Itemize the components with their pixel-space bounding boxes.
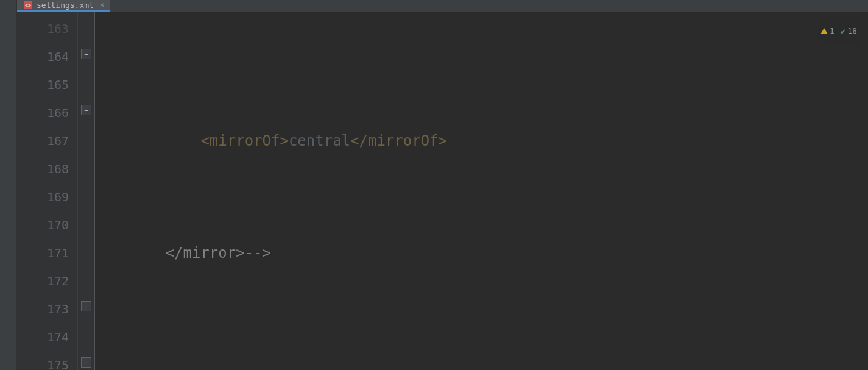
- warning-icon: [820, 28, 828, 34]
- code-row[interactable]: </mirror>-->: [95, 239, 868, 267]
- line-number: 174: [17, 323, 77, 351]
- close-tab-icon[interactable]: ×: [100, 1, 104, 9]
- line-number: 164: [17, 43, 77, 71]
- fold-toggle-icon[interactable]: −: [81, 357, 91, 368]
- line-number: 173: [17, 295, 77, 323]
- line-number: 175: [17, 351, 77, 370]
- line-number: 163: [17, 15, 77, 43]
- line-number: 170: [17, 211, 77, 239]
- editor-area: 163 164 165 166 167 168 169 170 171 172 …: [0, 12, 868, 370]
- line-number: 166: [17, 99, 77, 127]
- warning-count[interactable]: 1: [820, 17, 834, 45]
- line-number: 171: [17, 239, 77, 267]
- editor-tab-bar: <> settings.xml ×: [0, 0, 868, 12]
- line-number: 172: [17, 267, 77, 295]
- fold-toggle-icon[interactable]: −: [81, 49, 91, 59]
- fold-gutter[interactable]: − − − −: [78, 12, 95, 370]
- file-tab-settings-xml[interactable]: <> settings.xml ×: [17, 0, 110, 12]
- tab-filename: settings.xml: [37, 1, 94, 10]
- fold-toggle-icon[interactable]: −: [81, 301, 91, 311]
- line-number: 169: [17, 183, 77, 211]
- line-number-gutter[interactable]: 163 164 165 166 167 168 169 170 171 172 …: [17, 12, 78, 370]
- inspection-summary[interactable]: 1 ✔ 18: [818, 16, 859, 46]
- fold-toggle-icon[interactable]: −: [81, 105, 91, 115]
- xml-file-icon: <>: [23, 0, 33, 10]
- line-number: 168: [17, 155, 77, 183]
- tool-window-strip[interactable]: [0, 12, 17, 370]
- svg-text:<>: <>: [25, 2, 32, 9]
- checkmark-icon: ✔: [841, 17, 845, 45]
- code-row[interactable]: <mirrorOf>central</mirrorOf>: [95, 127, 868, 155]
- code-editor[interactable]: 1 ✔ 18 <mirrorOf>central</mirrorOf> </mi…: [95, 12, 868, 370]
- line-number: 167: [17, 127, 77, 155]
- code-row[interactable]: [95, 351, 868, 370]
- line-number: 165: [17, 71, 77, 99]
- tab-bar-left-strip: [0, 0, 17, 12]
- pass-count[interactable]: ✔ 18: [841, 17, 857, 45]
